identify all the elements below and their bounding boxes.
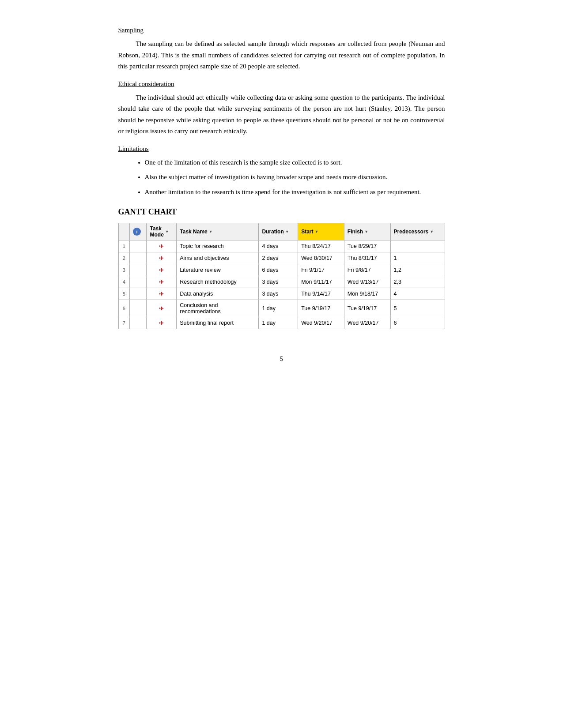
row-number: 4 <box>118 276 130 288</box>
duration-label: Duration <box>262 229 283 235</box>
sampling-paragraph: The sampling can be defined as selected … <box>118 38 445 72</box>
row-info-cell <box>130 300 147 317</box>
row-number: 5 <box>118 288 130 300</box>
start-cell: Fri 9/1/17 <box>298 264 344 276</box>
task-name-arrow[interactable]: ▼ <box>209 229 213 234</box>
page-number: 5 <box>118 356 445 363</box>
task-name-cell: Topic for research <box>177 240 259 252</box>
task-name-cell: Aims and objectives <box>177 252 259 264</box>
row-info-cell <box>130 264 147 276</box>
predecessors-cell <box>390 240 445 252</box>
table-row: 1✈Topic for research4 daysThu 8/24/17Tue… <box>118 240 445 252</box>
table-row: 7✈Submitting final report1 dayWed 9/20/1… <box>118 317 445 329</box>
sampling-section: Sampling The sampling can be defined as … <box>118 26 445 72</box>
task-mode-cell: ✈ <box>147 264 177 276</box>
col-header-rownum <box>118 223 130 240</box>
finish-cell: Fri 9/8/17 <box>344 264 390 276</box>
row-info-cell <box>130 252 147 264</box>
limitations-list: One of the limitation of this research i… <box>145 157 445 198</box>
col-header-finish[interactable]: Finish ▼ <box>344 223 390 240</box>
duration-cell: 3 days <box>259 276 298 288</box>
start-cell: Mon 9/11/17 <box>298 276 344 288</box>
predecessors-cell: 6 <box>390 317 445 329</box>
row-number: 2 <box>118 252 130 264</box>
ethical-paragraph: The individual should act ethically whil… <box>118 92 445 137</box>
col-header-duration[interactable]: Duration ▼ <box>259 223 298 240</box>
table-row: 2✈Aims and objectives2 daysWed 8/30/17Th… <box>118 252 445 264</box>
predecessors-arrow[interactable]: ▼ <box>430 229 434 234</box>
duration-arrow[interactable]: ▼ <box>285 229 289 234</box>
predecessors-cell: 1,2 <box>390 264 445 276</box>
task-name-cell: Conclusion and recommedations <box>177 300 259 317</box>
col-header-predecessors[interactable]: Predecessors ▼ <box>390 223 445 240</box>
finish-label: Finish <box>348 229 363 235</box>
row-number: 3 <box>118 264 130 276</box>
task-mode-label: TaskMode <box>150 225 163 238</box>
table-row: 6✈Conclusion and recommedations1 dayTue … <box>118 300 445 317</box>
task-mode-icon: ✈ <box>159 278 164 285</box>
table-row: 3✈Literature review6 daysFri 9/1/17Fri 9… <box>118 264 445 276</box>
task-mode-icon: ✈ <box>159 243 164 250</box>
col-header-info: i <box>130 223 147 240</box>
duration-cell: 1 day <box>259 317 298 329</box>
task-mode-cell: ✈ <box>147 288 177 300</box>
table-row: 4✈Research methodology3 daysMon 9/11/17W… <box>118 276 445 288</box>
table-row: 5✈Data analysis3 daysThu 9/14/17Mon 9/18… <box>118 288 445 300</box>
finish-cell: Thu 8/31/17 <box>344 252 390 264</box>
predecessors-cell: 4 <box>390 288 445 300</box>
list-item: Another limitation to the research is ti… <box>145 187 445 198</box>
task-mode-cell: ✈ <box>147 300 177 317</box>
task-mode-cell: ✈ <box>147 317 177 329</box>
row-info-cell <box>130 276 147 288</box>
ethical-section: Ethical consideration The individual sho… <box>118 80 445 137</box>
start-cell: Wed 9/20/17 <box>298 317 344 329</box>
info-icon: i <box>133 228 141 236</box>
row-info-cell <box>130 317 147 329</box>
duration-cell: 6 days <box>259 264 298 276</box>
finish-cell: Wed 9/13/17 <box>344 276 390 288</box>
task-name-cell: Research methodology <box>177 276 259 288</box>
col-header-task-name[interactable]: Task Name ▼ <box>177 223 259 240</box>
task-mode-cell: ✈ <box>147 276 177 288</box>
predecessors-cell: 5 <box>390 300 445 317</box>
gantt-table: i TaskMode ▼ Task Name ▼ <box>118 223 445 329</box>
duration-cell: 3 days <box>259 288 298 300</box>
task-mode-cell: ✈ <box>147 252 177 264</box>
gantt-section: GANTT CHART i TaskMode ▼ <box>118 207 445 329</box>
start-cell: Thu 8/24/17 <box>298 240 344 252</box>
predecessors-cell: 1 <box>390 252 445 264</box>
row-info-cell <box>130 288 147 300</box>
sampling-heading: Sampling <box>118 26 144 34</box>
start-cell: Wed 8/30/17 <box>298 252 344 264</box>
limitations-section: Limitations One of the limitation of thi… <box>118 145 445 198</box>
list-item: One of the limitation of this research i… <box>145 157 445 169</box>
task-name-cell: Submitting final report <box>177 317 259 329</box>
finish-cell: Wed 9/20/17 <box>344 317 390 329</box>
start-label: Start <box>301 229 313 235</box>
row-number: 7 <box>118 317 130 329</box>
task-name-cell: Literature review <box>177 264 259 276</box>
duration-cell: 1 day <box>259 300 298 317</box>
task-mode-cell: ✈ <box>147 240 177 252</box>
duration-cell: 2 days <box>259 252 298 264</box>
finish-arrow[interactable]: ▼ <box>364 229 368 234</box>
finish-cell: Tue 9/19/17 <box>344 300 390 317</box>
duration-cell: 4 days <box>259 240 298 252</box>
task-mode-icon: ✈ <box>159 266 164 274</box>
start-cell: Tue 9/19/17 <box>298 300 344 317</box>
list-item: Also the subject matter of investigation… <box>145 172 445 183</box>
row-number: 1 <box>118 240 130 252</box>
start-arrow[interactable]: ▼ <box>314 229 318 234</box>
col-header-start[interactable]: Start ▼ <box>298 223 344 240</box>
predecessors-label: Predecessors <box>394 229 429 235</box>
gantt-title: GANTT CHART <box>118 207 445 217</box>
task-name-cell: Data analysis <box>177 288 259 300</box>
task-mode-icon: ✈ <box>159 305 164 312</box>
finish-cell: Mon 9/18/17 <box>344 288 390 300</box>
finish-cell: Tue 8/29/17 <box>344 240 390 252</box>
limitations-heading: Limitations <box>118 145 149 153</box>
task-mode-arrow[interactable]: ▼ <box>165 229 169 234</box>
row-info-cell <box>130 240 147 252</box>
start-cell: Thu 9/14/17 <box>298 288 344 300</box>
col-header-task-mode[interactable]: TaskMode ▼ <box>147 223 177 240</box>
